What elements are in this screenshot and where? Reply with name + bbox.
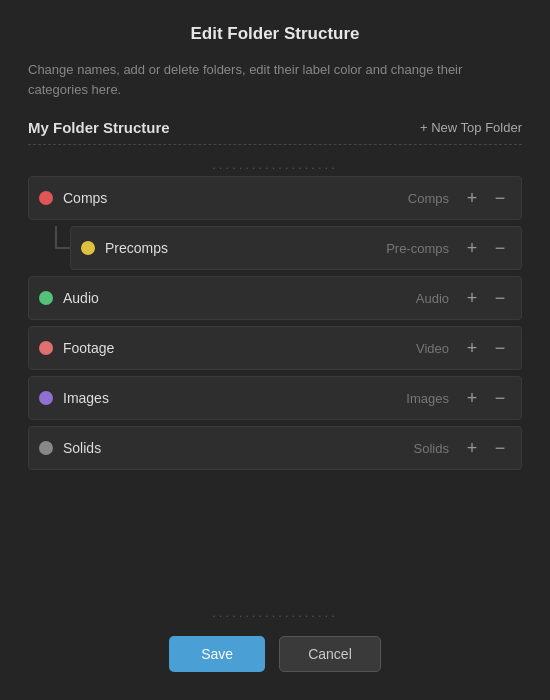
new-top-folder-button[interactable]: + New Top Folder xyxy=(420,120,522,135)
remove-audio-button[interactable]: − xyxy=(489,287,511,309)
folder-name-audio: Audio xyxy=(63,290,416,306)
remove-footage-button[interactable]: − xyxy=(489,337,511,359)
folder-row-solids: Solids Solids + − xyxy=(28,426,522,470)
folder-row-images: Images Images + − xyxy=(28,376,522,420)
dot-images xyxy=(39,391,53,405)
child-row-wrapper-precomps: Precomps Pre-comps + − xyxy=(28,226,522,270)
folder-actions-footage: + − xyxy=(461,337,511,359)
dot-solids xyxy=(39,441,53,455)
connector-icon xyxy=(42,226,70,270)
add-subfolder-footage-button[interactable]: + xyxy=(461,337,483,359)
edit-folder-dialog: Edit Folder Structure Change names, add … xyxy=(0,0,550,700)
folder-category-comps: Comps xyxy=(408,191,449,206)
folder-row-comps: Comps Comps + − xyxy=(28,176,522,220)
folder-actions-comps: + − xyxy=(461,187,511,209)
top-dots: ................... xyxy=(28,157,522,172)
dot-footage xyxy=(39,341,53,355)
folder-actions-audio: + − xyxy=(461,287,511,309)
child-connector xyxy=(42,226,70,270)
folder-row-audio: Audio Audio + − xyxy=(28,276,522,320)
folder-category-audio: Audio xyxy=(416,291,449,306)
folder-name-comps: Comps xyxy=(63,190,408,206)
section-title: My Folder Structure xyxy=(28,119,170,136)
dialog-title: Edit Folder Structure xyxy=(28,24,522,44)
save-button[interactable]: Save xyxy=(169,636,265,672)
dialog-footer: Save Cancel xyxy=(28,636,522,672)
folder-actions-images: + − xyxy=(461,387,511,409)
add-subfolder-comps-button[interactable]: + xyxy=(461,187,483,209)
section-header: My Folder Structure + New Top Folder xyxy=(28,119,522,145)
add-subfolder-images-button[interactable]: + xyxy=(461,387,483,409)
remove-solids-button[interactable]: − xyxy=(489,437,511,459)
folder-name-images: Images xyxy=(63,390,406,406)
folder-name-footage: Footage xyxy=(63,340,416,356)
remove-images-button[interactable]: − xyxy=(489,387,511,409)
add-subfolder-audio-button[interactable]: + xyxy=(461,287,483,309)
add-subfolder-solids-button[interactable]: + xyxy=(461,437,483,459)
folder-category-images: Images xyxy=(406,391,449,406)
remove-precomps-button[interactable]: − xyxy=(489,237,511,259)
folder-category-precomps: Pre-comps xyxy=(386,241,449,256)
folder-category-footage: Video xyxy=(416,341,449,356)
folder-name-solids: Solids xyxy=(63,440,414,456)
dot-comps xyxy=(39,191,53,205)
cancel-button[interactable]: Cancel xyxy=(279,636,381,672)
dot-audio xyxy=(39,291,53,305)
folder-actions-solids: + − xyxy=(461,437,511,459)
folder-name-precomps: Precomps xyxy=(105,240,386,256)
dot-precomps xyxy=(81,241,95,255)
folder-row-footage: Footage Video + − xyxy=(28,326,522,370)
folder-actions-precomps: + − xyxy=(461,237,511,259)
folder-row-precomps: Precomps Pre-comps + − xyxy=(70,226,522,270)
folder-list: Comps Comps + − Precomps Pre-comps + − xyxy=(28,176,522,599)
bottom-dots: ................... xyxy=(28,605,522,620)
dialog-description: Change names, add or delete folders, edi… xyxy=(28,60,522,99)
add-subfolder-precomps-button[interactable]: + xyxy=(461,237,483,259)
remove-comps-button[interactable]: − xyxy=(489,187,511,209)
folder-category-solids: Solids xyxy=(414,441,449,456)
